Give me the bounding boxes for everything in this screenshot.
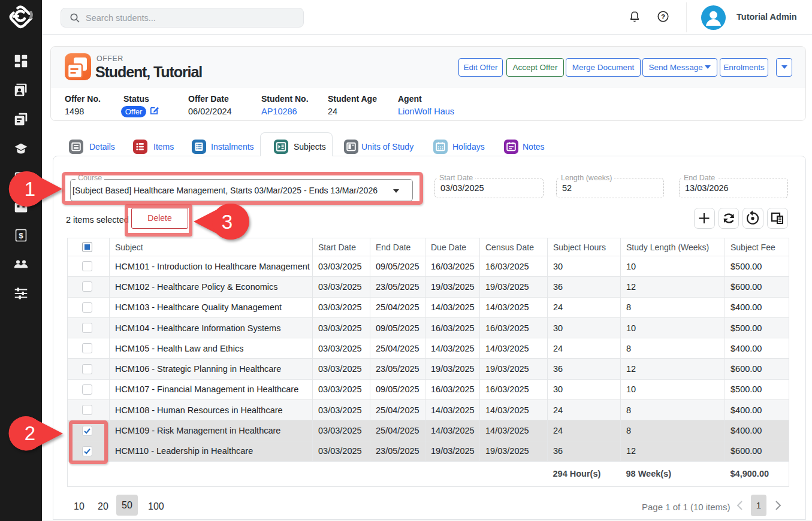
svg-text:$: $ (19, 231, 23, 240)
svg-text:?: ? (661, 13, 665, 20)
